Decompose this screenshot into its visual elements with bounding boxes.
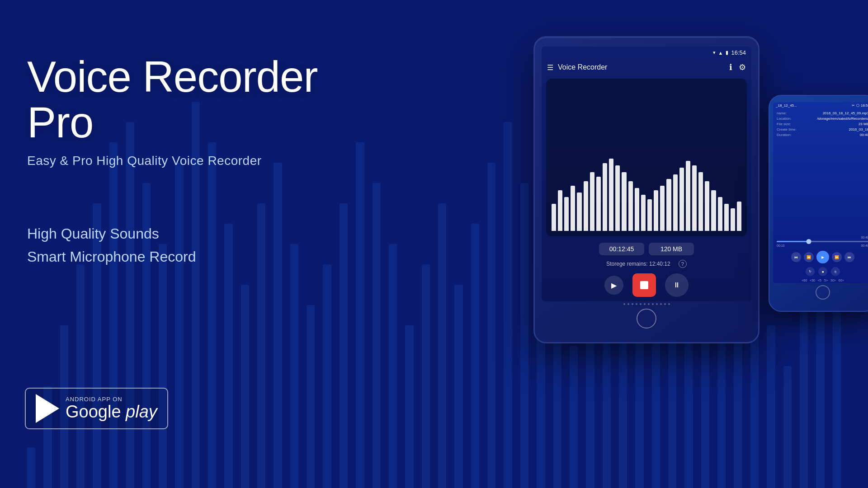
features-list: High Quality Sounds Smart Microphone Rec… bbox=[27, 222, 366, 268]
phone-status-icons: ✂ ⬡ 16:54 bbox=[852, 103, 868, 108]
help-button[interactable]: ? bbox=[679, 260, 687, 268]
tablet-status-bar: ▾ ▲ ▮ 16:54 bbox=[542, 47, 751, 59]
tablet-screen: ▾ ▲ ▮ 16:54 ☰ Voice Recorder ℹ ⚙ bbox=[542, 47, 751, 301]
menu-icon: ☰ bbox=[547, 63, 553, 72]
audio-visualizer bbox=[546, 79, 747, 236]
app-name-label: Voice Recorder bbox=[558, 63, 607, 71]
devices-container: ▾ ▲ ▮ 16:54 ☰ Voice Recorder ℹ ⚙ bbox=[520, 14, 868, 474]
file-size-display: 120 MB bbox=[649, 243, 694, 255]
record-button[interactable] bbox=[632, 273, 656, 297]
createtime-value: 2016_03_18 bbox=[849, 127, 868, 131]
phone-filename: _18_12_45... bbox=[776, 103, 797, 108]
location-row: Location: /storage/rem/sated/b/Recorders… bbox=[777, 117, 868, 121]
slider-thumb bbox=[807, 239, 811, 244]
phone-play-button[interactable]: ▶ bbox=[816, 251, 829, 263]
duration-label: Duration: bbox=[777, 133, 791, 137]
phone-status-bar: _18_12_45... ✂ ⬡ 16:54 bbox=[773, 102, 868, 109]
recorder-controls: ▶ ⏸ bbox=[542, 270, 751, 301]
seek-label-30>: 30> bbox=[830, 279, 836, 282]
createtime-row: Create time: 2016_03_18 bbox=[777, 127, 868, 131]
filesize-value: 23 MB bbox=[859, 122, 868, 126]
play-text: play bbox=[121, 403, 157, 422]
tablet-home-button[interactable] bbox=[637, 309, 656, 328]
badge-main-label: Google play bbox=[66, 403, 157, 422]
seek-label-<5: <5 bbox=[818, 279, 821, 282]
google-text: Google bbox=[66, 403, 121, 422]
phone-seek-labels: <60<30<55>30>60> bbox=[773, 278, 868, 283]
pause-button[interactable]: ⏸ bbox=[665, 273, 689, 297]
end-time-label: 00:40 bbox=[777, 236, 868, 239]
phone-extra-controls: ↻ ■ ⎘ bbox=[773, 265, 868, 278]
phone-skip-start[interactable]: ⏮ bbox=[791, 252, 801, 262]
app-subtitle: Easy & Pro High Quality Voice Recorder bbox=[27, 154, 366, 168]
filename-label: name: bbox=[777, 111, 787, 115]
tablet-device: ▾ ▲ ▮ 16:54 ☰ Voice Recorder ℹ ⚙ bbox=[533, 36, 760, 343]
phone-skip-end[interactable]: ⏭ bbox=[844, 252, 854, 262]
timer-display: 00:12:45 bbox=[599, 243, 644, 255]
phone-device: _18_12_45... ✂ ⬡ 16:54 name: 2016_03_18_… bbox=[769, 95, 868, 312]
phone-share2-icon[interactable]: ⎘ bbox=[831, 267, 840, 276]
phone-fast-forward[interactable]: ⏩ bbox=[832, 252, 842, 262]
left-content-panel: Voice Recorder Pro Easy & Pro High Quali… bbox=[27, 54, 366, 268]
phone-stop-icon[interactable]: ■ bbox=[818, 267, 827, 276]
filesize-label: File size: bbox=[777, 122, 791, 126]
seek-label-60>: 60> bbox=[839, 279, 844, 282]
header-right-icons: ℹ ⚙ bbox=[729, 62, 746, 72]
phone-home-button[interactable] bbox=[816, 285, 830, 300]
storage-info: Storege remains: 12:40:12 ? bbox=[542, 259, 751, 270]
wifi-icon: ▾ bbox=[713, 50, 716, 56]
createtime-label: Create time: bbox=[777, 127, 797, 131]
phone-scissors-icon: ✂ bbox=[852, 103, 855, 108]
speaker-grill bbox=[623, 303, 670, 305]
badge-small-label: ANDROID APP ON bbox=[66, 396, 157, 403]
tablet-app-header: ☰ Voice Recorder ℹ ⚙ bbox=[542, 59, 751, 76]
duration-row: Duration: 00:40 bbox=[777, 133, 868, 137]
phone-progress-slider: 00:40 00:10 00:40 bbox=[773, 234, 868, 249]
slider-time-labels: 00:10 00:40 bbox=[777, 244, 868, 247]
location-value: /storage/rem/sated/b/Recorders/ bbox=[817, 117, 868, 121]
stats-row: 00:12:45 120 MB bbox=[542, 239, 751, 259]
badge-text: ANDROID APP ON Google play bbox=[66, 396, 157, 422]
google-play-badge[interactable]: ANDROID APP ON Google play bbox=[25, 388, 168, 429]
duration-value: 00:40 bbox=[860, 133, 868, 137]
header-left: ☰ Voice Recorder bbox=[547, 63, 607, 72]
location-label: Location: bbox=[777, 117, 791, 121]
phone-home-area bbox=[813, 283, 832, 302]
phone-file-info: name: 2016_03_18_12_45_09.mp3 Location: … bbox=[773, 109, 868, 234]
phone-screen: _18_12_45... ✂ ⬡ 16:54 name: 2016_03_18_… bbox=[773, 102, 868, 283]
phone-time: 16:54 bbox=[861, 103, 868, 108]
battery-icon: ▮ bbox=[726, 50, 728, 56]
seek-label-<60: <60 bbox=[802, 279, 807, 282]
info-icon: ℹ bbox=[729, 62, 732, 72]
slider-fill bbox=[777, 241, 809, 242]
feature-item-1: High Quality Sounds bbox=[27, 222, 366, 245]
filesize-row: File size: 23 MB bbox=[777, 122, 868, 126]
phone-rewind[interactable]: ⏪ bbox=[804, 252, 814, 262]
signal-icon: ▲ bbox=[718, 50, 723, 56]
app-title: Voice Recorder Pro bbox=[27, 54, 366, 145]
filename-value: 2016_03_18_12_45_09.mp3 bbox=[823, 111, 868, 115]
play-icon bbox=[36, 394, 59, 423]
seek-label-<30: <30 bbox=[810, 279, 815, 282]
status-time: 16:54 bbox=[731, 49, 746, 56]
play-button[interactable]: ▶ bbox=[604, 276, 623, 295]
phone-playback-controls: ⏮ ⏪ ▶ ⏩ ⏭ bbox=[773, 249, 868, 265]
seek-label-5>: 5> bbox=[824, 279, 828, 282]
phone-repeat-icon[interactable]: ↻ bbox=[806, 267, 815, 276]
feature-item-2: Smart Microphone Record bbox=[27, 245, 366, 268]
file-name-row: name: 2016_03_18_12_45_09.mp3 bbox=[777, 111, 868, 115]
slider-track[interactable] bbox=[777, 241, 868, 242]
phone-share-icon: ⬡ bbox=[856, 103, 859, 108]
settings-icon: ⚙ bbox=[739, 62, 746, 72]
storage-label: Storege remains: 12:40:12 bbox=[606, 261, 670, 267]
